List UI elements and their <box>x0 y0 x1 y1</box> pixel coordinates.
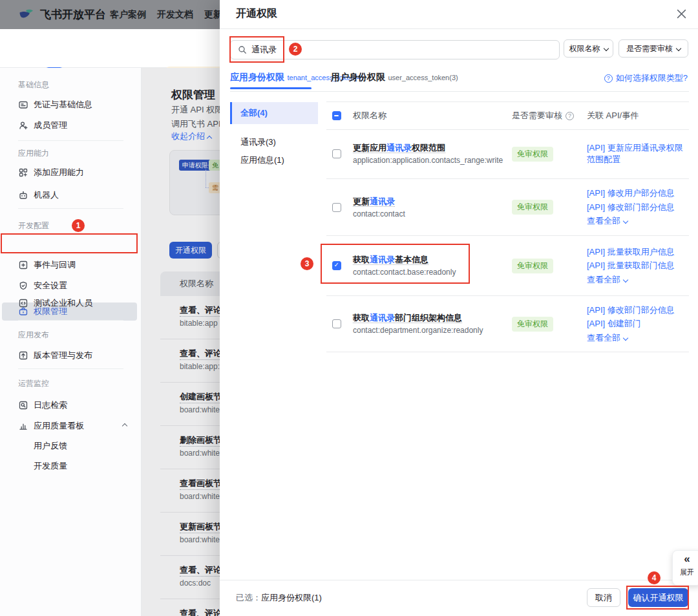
filter-audit-dropdown[interactable]: 是否需要审核 <box>619 39 688 58</box>
add-capability-icon <box>18 167 28 178</box>
sidebar-item-user-feedback[interactable]: 用户反馈 <box>34 440 67 452</box>
sidebar-item-version-release[interactable]: 版本管理与发布 <box>18 349 92 362</box>
sidebar-divider <box>18 208 123 209</box>
sidebar-item-dev-quality[interactable]: 开发质量 <box>34 460 67 472</box>
permission-name-cell: 更新通讯录 contact:contact <box>353 195 512 220</box>
platform-title: 飞书开放平台 <box>40 7 106 22</box>
test-org-icon <box>18 298 28 308</box>
sidebar: 基础信息 凭证与基础信息 成员管理 应用能力 添加应用能力 机器人 开发配置 权… <box>0 68 142 616</box>
nav-item-docs[interactable]: 开发文档 <box>157 9 193 21</box>
api-cell: [API] 更新应用通讯录权限范围配置 <box>587 140 689 168</box>
sidebar-item-log-search[interactable]: 日志检索 <box>18 399 67 412</box>
api-link[interactable]: [API] 修改部门部分信息 <box>587 304 689 316</box>
tabs-divider <box>230 91 689 92</box>
chevron-down-icon <box>623 218 628 224</box>
sidebar-item-members[interactable]: 成员管理 <box>18 119 67 132</box>
section-dev-config: 开发配置 <box>18 220 49 231</box>
col-audit: 是否需要审核? <box>512 110 587 122</box>
audit-free-badge: 免审权限 <box>512 200 553 215</box>
permission-name-cell: 获取通讯录基本信息 contact:contact.base:readonly <box>353 253 512 278</box>
sidebar-item-bot[interactable]: 机器人 <box>18 189 59 202</box>
screen: 飞书开放平台 客户案例 开发文档 更新 AppOS-OpenClaw 已启用 正… <box>0 0 698 616</box>
chevron-down-icon <box>603 46 608 51</box>
category-all[interactable]: 全部(4) <box>230 102 318 124</box>
select-all-checkbox[interactable] <box>332 111 341 120</box>
members-icon <box>18 120 28 131</box>
dashboard-icon <box>18 421 28 431</box>
permission-row[interactable]: 更新应用通讯录权限范围 application:application.cont… <box>326 129 689 179</box>
sidebar-divider <box>18 368 123 369</box>
view-all-link[interactable]: 查看全部 <box>587 215 689 227</box>
api-link[interactable]: [API] 修改部门部分信息 <box>587 202 689 213</box>
log-search-icon <box>18 400 28 410</box>
audit-cell: 免审权限 <box>512 200 587 215</box>
col-api-events: 关联 API/事件 <box>587 110 639 122</box>
audit-free-badge: 免审权限 <box>512 317 553 332</box>
credentials-icon <box>18 100 28 110</box>
permission-row[interactable]: 更新通讯录 contact:contact 免审权限 [API] 修改用户部分信… <box>326 179 689 236</box>
api-link[interactable]: [API] 创建部门 <box>587 318 689 330</box>
chevron-down-icon <box>623 335 628 340</box>
audit-cell: 免审权限 <box>512 317 587 332</box>
sidebar-divider <box>18 140 123 141</box>
close-icon[interactable] <box>675 7 688 20</box>
drawer-title: 开通权限 <box>236 7 277 21</box>
release-icon <box>18 350 28 361</box>
feishu-logo[interactable]: 飞书开放平台 <box>18 7 106 22</box>
sidebar-divider <box>18 320 123 321</box>
sidebar-item-test-org[interactable]: 测试企业和人员 <box>18 297 92 310</box>
api-link[interactable]: [API] 批量获取部门信息 <box>587 260 689 271</box>
category-contacts[interactable]: 通讯录(3) <box>240 136 276 148</box>
sidebar-item-events[interactable]: 事件与回调 <box>18 259 76 271</box>
audit-cell: 免审权限 <box>512 259 587 273</box>
permission-row-selected[interactable]: 获取通讯录基本信息 contact:contact.base:readonly … <box>326 236 689 296</box>
audit-free-badge: 免审权限 <box>512 259 553 273</box>
expand-panel-button[interactable]: « 展开 <box>672 550 698 586</box>
chevron-up-icon[interactable] <box>122 423 127 429</box>
audit-cell: 免审权限 <box>512 147 587 162</box>
expand-label: 展开 <box>673 568 698 577</box>
help-link[interactable]: ? 如何选择权限类型? <box>604 72 688 84</box>
search-box <box>230 40 560 59</box>
api-link[interactable]: [API] 修改用户部分信息 <box>587 187 689 199</box>
tab-user-token[interactable]: 用户身份权限 user_access_token(3) <box>331 71 458 83</box>
section-capabilities: 应用能力 <box>18 147 49 159</box>
row-checkbox[interactable] <box>332 149 341 158</box>
row-checkbox[interactable] <box>332 319 341 328</box>
open-permission-drawer: 开通权限 权限名称 是否需要审核 应用身份权限 tenant_access_to… <box>220 0 698 616</box>
permission-name-cell: 获取通讯录部门组织架构信息 contact:department.organiz… <box>353 312 512 336</box>
sidebar-item-add-capability[interactable]: 添加应用能力 <box>18 166 84 179</box>
row-checkbox[interactable] <box>332 203 341 212</box>
permission-table-header: 权限名称 是否需要审核? 关联 API/事件 <box>326 102 689 129</box>
selected-label: 已选： <box>236 592 261 604</box>
category-app-info[interactable]: 应用信息(1) <box>240 154 284 166</box>
nav-item-cases[interactable]: 客户案例 <box>110 9 146 21</box>
bot-icon <box>18 190 28 200</box>
search-icon <box>238 45 247 54</box>
sidebar-item-quality-dashboard[interactable]: 应用质量看板 <box>18 420 84 432</box>
api-link[interactable]: [API] 更新应用通讯录权限范围配置 <box>587 142 689 165</box>
footer-divider <box>220 580 698 580</box>
confirm-open-permission-button[interactable]: 确认开通权限 <box>628 588 688 607</box>
filter-permission-name-dropdown[interactable]: 权限名称 <box>564 39 613 58</box>
section-basic-info: 基础信息 <box>18 79 49 90</box>
feishu-bird-icon <box>18 8 35 22</box>
permission-row[interactable]: 获取通讯录部门组织架构信息 contact:department.organiz… <box>326 296 689 352</box>
cancel-button[interactable]: 取消 <box>587 588 620 607</box>
chevron-down-icon <box>623 277 628 282</box>
api-link[interactable]: [API] 批量获取用户信息 <box>587 246 689 258</box>
api-cell: [API] 修改部门部分信息 [API] 创建部门 查看全部 <box>587 302 689 346</box>
sidebar-item-security[interactable]: 安全设置 <box>18 279 67 292</box>
sidebar-item-credentials[interactable]: 凭证与基础信息 <box>18 98 92 111</box>
view-all-link[interactable]: 查看全部 <box>587 332 689 344</box>
events-icon <box>18 260 28 270</box>
section-monitoring: 运营监控 <box>18 377 49 389</box>
question-circle-icon: ? <box>604 74 613 83</box>
active-tab-underline <box>230 87 312 89</box>
search-input[interactable] <box>251 45 497 55</box>
api-cell: [API] 批量获取用户信息 [API] 批量获取部门信息 查看全部 <box>587 244 689 288</box>
row-checkbox[interactable] <box>332 261 341 270</box>
security-icon <box>18 281 28 291</box>
section-release: 应用发布 <box>18 329 49 341</box>
view-all-link[interactable]: 查看全部 <box>587 274 689 286</box>
